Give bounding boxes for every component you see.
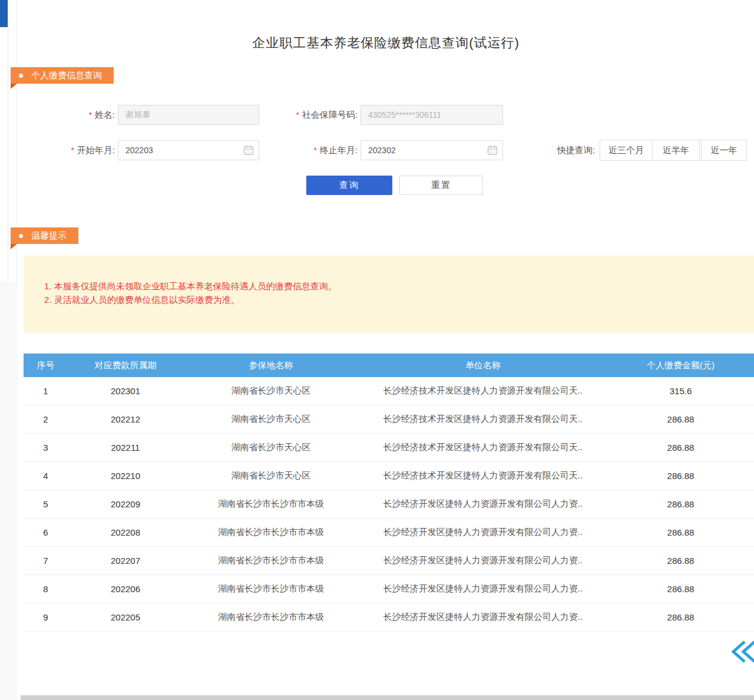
quick-last-half-year-button[interactable]: 近半年: [652, 140, 700, 161]
tips-notice-box: 1. 本服务仅提供尚未领取企业职工基本养老保险待遇人员的缴费信息查询。 2. 灵…: [24, 256, 754, 333]
required-asterisk: *: [88, 110, 91, 120]
table-row: 6 202208 湖南省长沙市长沙市市本级 长沙经济开发区捷特人力资源开发有限公…: [24, 519, 754, 547]
quick-query-label: 快捷查询:: [533, 140, 595, 160]
page: 企业职工基本养老保险缴费信息查询(试运行) 个人缴费信息查询 * 姓名: * 社…: [0, 0, 754, 700]
calendar-icon[interactable]: [243, 145, 254, 156]
left-sidebar-divider: [8, 0, 8, 282]
table-row: 2 202212 湖南省长沙市天心区 长沙经济技术开发区捷特人力资源开发有限公司…: [24, 405, 754, 434]
tips-line-2: 2. 灵活就业人员的缴费单位信息以实际缴费为准。: [44, 293, 733, 306]
section-badge-query-label: 个人缴费信息查询: [31, 70, 102, 81]
name-label: * 姓名:: [53, 105, 115, 125]
ssn-field-wrap: [361, 105, 503, 125]
header-seq: 序号: [24, 360, 68, 371]
quick-last-3-months-button[interactable]: 近三个月: [600, 140, 653, 161]
name-field-wrap: [118, 105, 259, 125]
section-badge-tips-label: 温馨提示: [31, 230, 67, 242]
table-row: 3 202211 湖南省长沙市天心区 长沙经济技术开发区捷特人力资源开发有限公司…: [24, 434, 754, 462]
required-asterisk: *: [71, 146, 74, 155]
table-header-row: 序号 对应费款所属期 参保地名称 单位名称 个人缴费金额(元): [24, 354, 754, 377]
calendar-icon[interactable]: [487, 145, 498, 156]
header-amount: 个人缴费金额(元): [607, 360, 754, 371]
table-row: 8 202206 湖南省长沙市长沙市市本级 长沙经济开发区捷特人力资源开发有限公…: [24, 575, 754, 603]
ssn-label: * 社会保障号码:: [268, 105, 358, 125]
required-asterisk: *: [313, 146, 316, 155]
table-row: 5 202209 湖南省长沙市长沙市市本级 长沙经济开发区捷特人力资源开发有限公…: [24, 490, 754, 519]
name-input[interactable]: [118, 105, 259, 125]
collapse-double-chevron-icon[interactable]: [729, 639, 754, 665]
bullet-dot-icon: [19, 74, 23, 78]
header-company: 单位名称: [359, 360, 607, 371]
end-month-label: * 终止年月:: [278, 140, 358, 160]
start-month-label: * 开始年月:: [35, 140, 115, 160]
section-badge-tips: 温馨提示: [11, 227, 78, 244]
left-sidebar-edge-lower: [0, 282, 17, 700]
tips-line-1: 1. 本服务仅提供尚未领取企业职工基本养老保险待遇人员的缴费信息查询。: [44, 279, 733, 293]
bullet-dot-icon: [19, 234, 23, 238]
end-month-field-wrap: [361, 140, 503, 160]
page-title: 企业职工基本养老保险缴费信息查询(试运行): [18, 34, 754, 52]
left-sidebar-blue-block: [0, 0, 8, 27]
header-period: 对应费款所属期: [68, 360, 183, 371]
bottom-divider: [21, 695, 754, 700]
ssn-input[interactable]: [361, 105, 503, 125]
query-button[interactable]: 查询: [306, 176, 392, 195]
reset-button[interactable]: 重置: [399, 176, 483, 195]
table-row: 4 202210 湖南省长沙市天心区 长沙经济技术开发区捷特人力资源开发有限公司…: [24, 462, 754, 490]
quick-last-year-button[interactable]: 近一年: [701, 140, 747, 161]
table-row: 7 202207 湖南省长沙市长沙市市本级 长沙经济开发区捷特人力资源开发有限公…: [24, 547, 754, 575]
header-area: 参保地名称: [183, 360, 359, 371]
ribbon-fold: [11, 244, 17, 249]
end-month-input[interactable]: [361, 140, 503, 160]
table-row: 1 202301 湖南省长沙市天心区 长沙经济技术开发区捷特人力资源开发有限公司…: [24, 377, 754, 405]
required-asterisk: *: [296, 110, 299, 120]
section-badge-query: 个人缴费信息查询: [11, 67, 114, 84]
ribbon-fold: [11, 84, 17, 89]
table-row: 9 202205 湖南省长沙市长沙市市本级 长沙经济开发区捷特人力资源开发有限公…: [24, 603, 754, 632]
results-table: 序号 对应费款所属期 参保地名称 单位名称 个人缴费金额(元) 1 202301…: [24, 354, 754, 632]
left-sidebar-edge: [0, 0, 17, 700]
start-month-input[interactable]: [118, 140, 259, 160]
start-month-field-wrap: [118, 140, 259, 160]
